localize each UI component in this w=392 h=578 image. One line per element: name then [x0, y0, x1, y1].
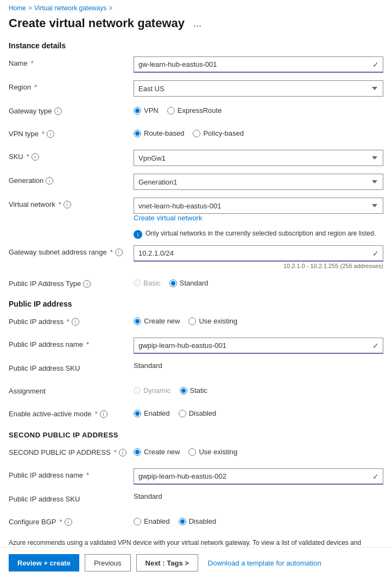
gateway-type-vpn-label: VPN [144, 106, 159, 115]
next-button[interactable]: Next : Tags > [136, 554, 198, 571]
pip-use-existing-radio[interactable] [188, 317, 196, 325]
second-pip-sku-row: Public IP address SKU Standard [9, 492, 383, 507]
page-title: Create virtual network gateway [9, 16, 185, 30]
public-ip-name-label: Public IP address name * [9, 338, 134, 348]
pip-create-new-option[interactable]: Create new [134, 317, 180, 325]
gateway-subnet-row: Gateway subnet address range * i ✓ 10.2.… [9, 245, 383, 269]
virtual-network-select[interactable]: vnet-learn-hub-eastus-001 [134, 198, 383, 214]
active-active-disabled-label: Disabled [189, 409, 217, 417]
breadcrumb-vngateways[interactable]: Virtual network gateways [34, 4, 106, 12]
public-ip-name-input[interactable] [134, 338, 383, 354]
assignment-static-label: Static [190, 386, 208, 395]
gateway-type-expressroute-option[interactable]: ExpressRoute [167, 106, 222, 115]
name-input[interactable] [134, 56, 383, 73]
vpn-type-routebased-label: Route-based [144, 129, 184, 137]
bgp-info-icon[interactable]: i [65, 518, 72, 526]
info-circle-icon: i [134, 230, 142, 239]
second-pip-create-new-radio[interactable] [134, 448, 141, 456]
active-active-label: Enable active-active mode * i [9, 407, 134, 418]
vpn-type-row: VPN type * i Route-based Policy-based [9, 127, 383, 142]
vpn-type-policybased-option[interactable]: Policy-based [193, 129, 243, 137]
public-ip-type-label: Public IP Address Type i [9, 277, 134, 288]
subnet-hint: 10.2.1.0 - 10.2.1.255 (256 addresses) [134, 263, 383, 269]
bgp-enabled-option[interactable]: Enabled [134, 517, 170, 525]
bgp-required: * [59, 518, 62, 526]
sku-info-icon[interactable]: i [31, 153, 39, 161]
pip-use-existing-label: Use existing [199, 317, 237, 325]
second-pip-use-existing-radio[interactable] [188, 448, 196, 456]
footer: Review + create Previous Next : Tags > D… [0, 547, 392, 578]
info-message-box: i Only virtual networks in the currently… [134, 230, 383, 239]
breadcrumb: Home > Virtual network gateways > [0, 0, 392, 14]
gateway-type-expressroute-radio[interactable] [167, 107, 175, 115]
assignment-static-radio[interactable] [180, 387, 187, 395]
gateway-type-row: Gateway type i VPN ExpressRoute [9, 104, 383, 119]
assignment-control: Dynamic Static [134, 384, 383, 395]
generation-label: Generation i [9, 174, 134, 185]
generation-control: Generation1 [134, 174, 383, 190]
previous-button[interactable]: Previous [85, 554, 131, 571]
generation-select[interactable]: Generation1 [134, 174, 383, 190]
public-ip-type-standard-radio[interactable] [169, 280, 177, 287]
name-check-icon: ✓ [372, 60, 379, 69]
pip-create-new-radio[interactable] [134, 317, 141, 325]
virtual-network-row: Virtual network * i vnet-learn-hub-eastu… [9, 198, 383, 222]
bgp-disabled-radio[interactable] [179, 518, 186, 525]
active-active-enabled-radio[interactable] [134, 410, 141, 417]
breadcrumb-home[interactable]: Home [9, 4, 26, 12]
vpn-type-info-icon[interactable]: i [47, 130, 54, 138]
public-ip-type-info-icon[interactable]: i [83, 280, 91, 288]
active-active-disabled-radio[interactable] [179, 410, 186, 417]
vpn-type-routebased-radio[interactable] [134, 130, 141, 137]
gateway-type-vpn-option[interactable]: VPN [134, 106, 159, 115]
sku-label: SKU * i [9, 150, 134, 161]
active-active-info-icon[interactable]: i [100, 410, 108, 418]
sku-select[interactable]: VpnGw1 [134, 150, 383, 166]
region-select[interactable]: East US [134, 80, 383, 97]
active-active-enabled-option[interactable]: Enabled [134, 409, 170, 417]
name-row: Name * ✓ [9, 56, 383, 73]
second-pip-info-icon[interactable]: i [119, 449, 127, 456]
configure-bgp-row: Configure BGP * i Enabled Disabled [9, 515, 383, 530]
public-ip-sku-label: Public IP address SKU [9, 361, 134, 372]
review-create-button[interactable]: Review + create [9, 554, 79, 571]
second-pip-name-input[interactable] [134, 468, 383, 485]
subnet-info-icon[interactable]: i [115, 249, 123, 256]
assignment-static-option[interactable]: Static [180, 386, 208, 395]
public-ip-name-row: Public IP address name * ✓ [9, 338, 383, 354]
gateway-type-vpn-radio[interactable] [134, 107, 141, 115]
vnet-required: * [59, 200, 61, 208]
second-pip-use-existing-option[interactable]: Use existing [188, 448, 237, 456]
bgp-disabled-option[interactable]: Disabled [179, 517, 217, 525]
public-ip-sku-control: Standard [134, 361, 383, 370]
pip-use-existing-option[interactable]: Use existing [188, 317, 237, 325]
ellipsis-button[interactable]: ... [190, 17, 205, 30]
vnet-info-icon[interactable]: i [64, 201, 71, 208]
gateway-subnet-input[interactable] [134, 245, 383, 262]
second-pip-name-control: ✓ [134, 468, 383, 485]
name-required: * [31, 59, 34, 67]
second-pip-sku-label: Public IP address SKU [9, 492, 134, 503]
create-vnet-link[interactable]: Create virtual network [134, 214, 202, 222]
pip-info-icon[interactable]: i [72, 318, 79, 326]
breadcrumb-sep2: > [109, 4, 112, 12]
second-pip-create-new-label: Create new [144, 448, 180, 456]
public-ip-type-control: Basic Standard [134, 277, 383, 287]
download-template-link[interactable]: Download a template for automation [204, 556, 326, 570]
assignment-dynamic-radio [134, 387, 141, 394]
vpn-type-policybased-radio[interactable] [193, 130, 200, 137]
active-active-row: Enable active-active mode * i Enabled Di… [9, 407, 383, 422]
second-pip-name-row: Public IP address name * ✓ [9, 468, 383, 485]
second-pip-create-new-option[interactable]: Create new [134, 448, 180, 456]
bgp-disabled-label: Disabled [189, 517, 217, 525]
assignment-dynamic-label: Dynamic [143, 386, 171, 395]
active-active-disabled-option[interactable]: Disabled [179, 409, 217, 417]
public-ip-name-control: ✓ [134, 338, 383, 354]
configure-bgp-control: Enabled Disabled [134, 515, 383, 525]
generation-info-icon[interactable]: i [46, 177, 53, 185]
public-ip-type-standard-option[interactable]: Standard [169, 279, 208, 287]
vpn-type-routebased-option[interactable]: Route-based [134, 129, 184, 137]
public-ip-sku-row: Public IP address SKU Standard [9, 361, 383, 377]
gateway-type-info-icon[interactable]: i [54, 107, 62, 115]
bgp-enabled-radio[interactable] [134, 518, 141, 525]
